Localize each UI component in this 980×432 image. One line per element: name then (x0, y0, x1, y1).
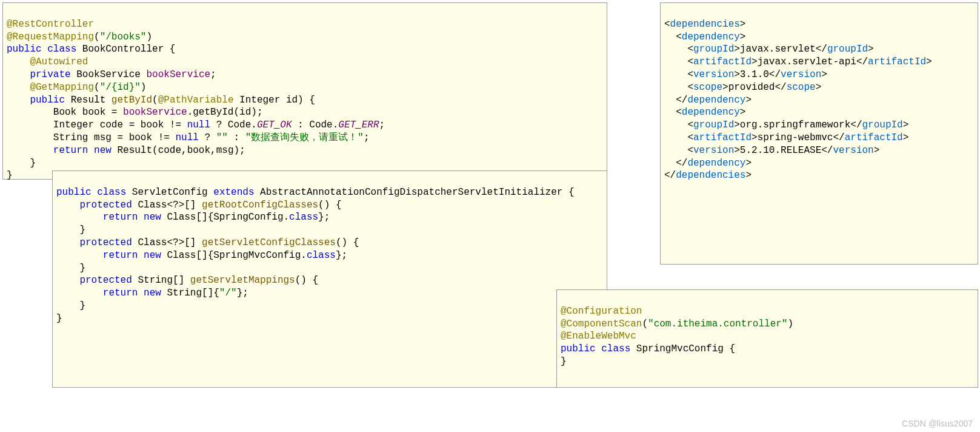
code-box-springmvcconfig: @Configuration @ComponentScan("com.ithei… (556, 289, 978, 388)
annotation-componentscan: @ComponentScan (561, 319, 642, 329)
annotation-restcontroller: @RestController (7, 19, 94, 30)
annotation-configuration: @Configuration (561, 306, 642, 317)
code-box-bookcontroller: @RestController @RequestMapping("/books"… (2, 2, 607, 180)
annotation-requestmapping: @RequestMapping (7, 32, 94, 42)
watermark: CSDN @lisus2007 (902, 419, 973, 428)
annotation-enablewebmvc: @EnableWebMvc (561, 331, 636, 342)
annotation-getmapping: @GetMapping (30, 82, 94, 93)
annotation-autowired: @Autowired (30, 56, 88, 67)
code-box-dependencies: <dependencies> <dependency> <groupId>jav… (660, 2, 978, 265)
code-box-servletconfig: public class ServletConfig extends Abstr… (52, 170, 607, 388)
